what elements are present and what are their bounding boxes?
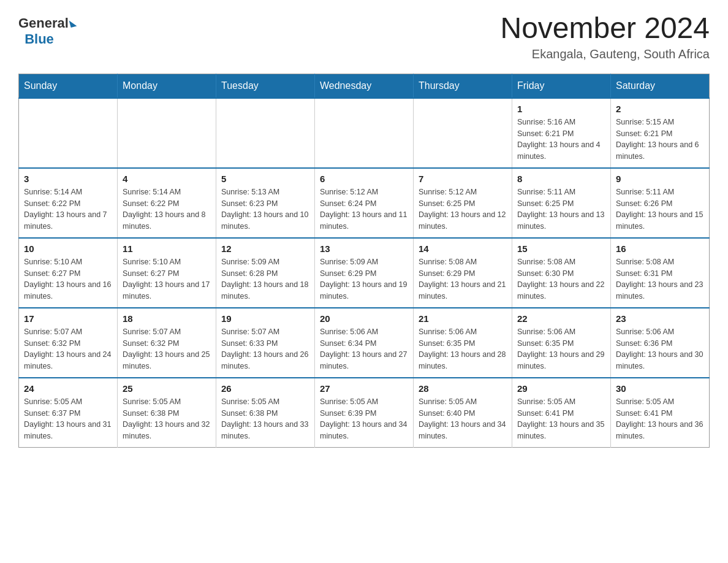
calendar-cell: 19Sunrise: 5:07 AM Sunset: 6:33 PM Dayli…: [216, 308, 315, 378]
header-friday: Friday: [512, 74, 611, 98]
logo-general-text: General: [18, 15, 69, 31]
calendar-cell: 9Sunrise: 5:11 AM Sunset: 6:26 PM Daylig…: [611, 168, 710, 238]
day-info: Sunrise: 5:13 AM Sunset: 6:23 PM Dayligh…: [221, 186, 309, 232]
day-info: Sunrise: 5:09 AM Sunset: 6:29 PM Dayligh…: [320, 256, 408, 302]
day-number: 28: [419, 383, 507, 394]
logo-blue-label: Blue: [25, 31, 54, 47]
calendar-cell: 3Sunrise: 5:14 AM Sunset: 6:22 PM Daylig…: [19, 168, 118, 238]
calendar-week-row: 24Sunrise: 5:05 AM Sunset: 6:37 PM Dayli…: [19, 378, 710, 448]
day-info: Sunrise: 5:14 AM Sunset: 6:22 PM Dayligh…: [24, 186, 112, 232]
day-number: 9: [616, 174, 704, 184]
day-number: 25: [123, 383, 211, 394]
day-info: Sunrise: 5:07 AM Sunset: 6:32 PM Dayligh…: [24, 326, 112, 372]
header-wednesday: Wednesday: [315, 74, 414, 98]
day-number: 15: [517, 243, 605, 254]
day-info: Sunrise: 5:11 AM Sunset: 6:25 PM Dayligh…: [517, 186, 605, 232]
calendar-cell: 1Sunrise: 5:16 AM Sunset: 6:21 PM Daylig…: [512, 98, 611, 168]
header-thursday: Thursday: [414, 74, 512, 98]
day-info: Sunrise: 5:12 AM Sunset: 6:24 PM Dayligh…: [320, 186, 408, 232]
day-number: 21: [419, 313, 507, 324]
header-sunday: Sunday: [19, 74, 118, 98]
header-monday: Monday: [118, 74, 216, 98]
day-info: Sunrise: 5:10 AM Sunset: 6:27 PM Dayligh…: [24, 256, 112, 302]
day-info: Sunrise: 5:05 AM Sunset: 6:37 PM Dayligh…: [24, 396, 112, 442]
day-number: 1: [517, 104, 605, 114]
calendar-cell: 21Sunrise: 5:06 AM Sunset: 6:35 PM Dayli…: [414, 308, 512, 378]
calendar-cell: 20Sunrise: 5:06 AM Sunset: 6:34 PM Dayli…: [315, 308, 414, 378]
calendar-cell: 22Sunrise: 5:06 AM Sunset: 6:35 PM Dayli…: [512, 308, 611, 378]
day-info: Sunrise: 5:16 AM Sunset: 6:21 PM Dayligh…: [517, 117, 605, 163]
logo-arrow-icon: [69, 19, 77, 28]
calendar-week-row: 1Sunrise: 5:16 AM Sunset: 6:21 PM Daylig…: [19, 98, 710, 168]
calendar-cell: 13Sunrise: 5:09 AM Sunset: 6:29 PM Dayli…: [315, 238, 414, 308]
day-number: 20: [320, 313, 408, 324]
calendar-cell: 25Sunrise: 5:05 AM Sunset: 6:38 PM Dayli…: [118, 378, 216, 448]
day-info: Sunrise: 5:05 AM Sunset: 6:38 PM Dayligh…: [123, 396, 211, 442]
calendar-cell: 29Sunrise: 5:05 AM Sunset: 6:41 PM Dayli…: [512, 378, 611, 448]
day-number: 10: [24, 243, 112, 254]
day-info: Sunrise: 5:12 AM Sunset: 6:25 PM Dayligh…: [419, 186, 507, 232]
day-number: 11: [123, 243, 211, 254]
calendar-cell: [19, 98, 118, 168]
day-number: 4: [123, 174, 211, 184]
calendar-table: SundayMondayTuesdayWednesdayThursdayFrid…: [18, 74, 710, 448]
day-info: Sunrise: 5:06 AM Sunset: 6:35 PM Dayligh…: [517, 326, 605, 372]
logo: General Blue: [18, 12, 76, 47]
calendar-cell: 17Sunrise: 5:07 AM Sunset: 6:32 PM Dayli…: [19, 308, 118, 378]
day-info: Sunrise: 5:06 AM Sunset: 6:34 PM Dayligh…: [320, 326, 408, 372]
calendar-cell: 2Sunrise: 5:15 AM Sunset: 6:21 PM Daylig…: [611, 98, 710, 168]
day-number: 5: [221, 174, 309, 184]
location: Ekangala, Gauteng, South Africa: [500, 47, 710, 61]
day-info: Sunrise: 5:07 AM Sunset: 6:33 PM Dayligh…: [221, 326, 309, 372]
day-number: 18: [123, 313, 211, 324]
day-number: 27: [320, 383, 408, 394]
calendar-cell: 23Sunrise: 5:06 AM Sunset: 6:36 PM Dayli…: [611, 308, 710, 378]
day-number: 16: [616, 243, 704, 254]
logo-general: General: [18, 15, 76, 31]
calendar-cell: 24Sunrise: 5:05 AM Sunset: 6:37 PM Dayli…: [19, 378, 118, 448]
calendar-cell: 15Sunrise: 5:08 AM Sunset: 6:30 PM Dayli…: [512, 238, 611, 308]
day-number: 17: [24, 313, 112, 324]
day-number: 7: [419, 174, 507, 184]
calendar-cell: 7Sunrise: 5:12 AM Sunset: 6:25 PM Daylig…: [414, 168, 512, 238]
day-info: Sunrise: 5:09 AM Sunset: 6:28 PM Dayligh…: [221, 256, 309, 302]
day-number: 2: [616, 104, 704, 114]
calendar-week-row: 17Sunrise: 5:07 AM Sunset: 6:32 PM Dayli…: [19, 308, 710, 378]
calendar-cell: 12Sunrise: 5:09 AM Sunset: 6:28 PM Dayli…: [216, 238, 315, 308]
calendar-cell: [118, 98, 216, 168]
day-info: Sunrise: 5:07 AM Sunset: 6:32 PM Dayligh…: [123, 326, 211, 372]
header-tuesday: Tuesday: [216, 74, 315, 98]
day-info: Sunrise: 5:05 AM Sunset: 6:41 PM Dayligh…: [517, 396, 605, 442]
calendar-cell: 14Sunrise: 5:08 AM Sunset: 6:29 PM Dayli…: [414, 238, 512, 308]
day-info: Sunrise: 5:05 AM Sunset: 6:38 PM Dayligh…: [221, 396, 309, 442]
calendar-week-row: 10Sunrise: 5:10 AM Sunset: 6:27 PM Dayli…: [19, 238, 710, 308]
day-info: Sunrise: 5:05 AM Sunset: 6:39 PM Dayligh…: [320, 396, 408, 442]
day-number: 29: [517, 383, 605, 394]
calendar-cell: 26Sunrise: 5:05 AM Sunset: 6:38 PM Dayli…: [216, 378, 315, 448]
calendar-cell: 30Sunrise: 5:05 AM Sunset: 6:41 PM Dayli…: [611, 378, 710, 448]
header-saturday: Saturday: [611, 74, 710, 98]
calendar-cell: 5Sunrise: 5:13 AM Sunset: 6:23 PM Daylig…: [216, 168, 315, 238]
day-number: 8: [517, 174, 605, 184]
calendar-cell: 4Sunrise: 5:14 AM Sunset: 6:22 PM Daylig…: [118, 168, 216, 238]
calendar-cell: 16Sunrise: 5:08 AM Sunset: 6:31 PM Dayli…: [611, 238, 710, 308]
day-number: 26: [221, 383, 309, 394]
calendar-cell: 6Sunrise: 5:12 AM Sunset: 6:24 PM Daylig…: [315, 168, 414, 238]
day-number: 6: [320, 174, 408, 184]
day-number: 14: [419, 243, 507, 254]
day-info: Sunrise: 5:08 AM Sunset: 6:29 PM Dayligh…: [419, 256, 507, 302]
day-number: 30: [616, 383, 704, 394]
day-number: 3: [24, 174, 112, 184]
day-info: Sunrise: 5:08 AM Sunset: 6:30 PM Dayligh…: [517, 256, 605, 302]
day-number: 19: [221, 313, 309, 324]
day-number: 23: [616, 313, 704, 324]
calendar-header-row: SundayMondayTuesdayWednesdayThursdayFrid…: [19, 74, 710, 98]
calendar-cell: [315, 98, 414, 168]
day-number: 24: [24, 383, 112, 394]
calendar-cell: 11Sunrise: 5:10 AM Sunset: 6:27 PM Dayli…: [118, 238, 216, 308]
title-section: November 2024 Ekangala, Gauteng, South A…: [500, 12, 710, 61]
calendar-cell: [414, 98, 512, 168]
calendar-cell: 27Sunrise: 5:05 AM Sunset: 6:39 PM Dayli…: [315, 378, 414, 448]
day-info: Sunrise: 5:05 AM Sunset: 6:41 PM Dayligh…: [616, 396, 704, 442]
calendar-week-row: 3Sunrise: 5:14 AM Sunset: 6:22 PM Daylig…: [19, 168, 710, 238]
